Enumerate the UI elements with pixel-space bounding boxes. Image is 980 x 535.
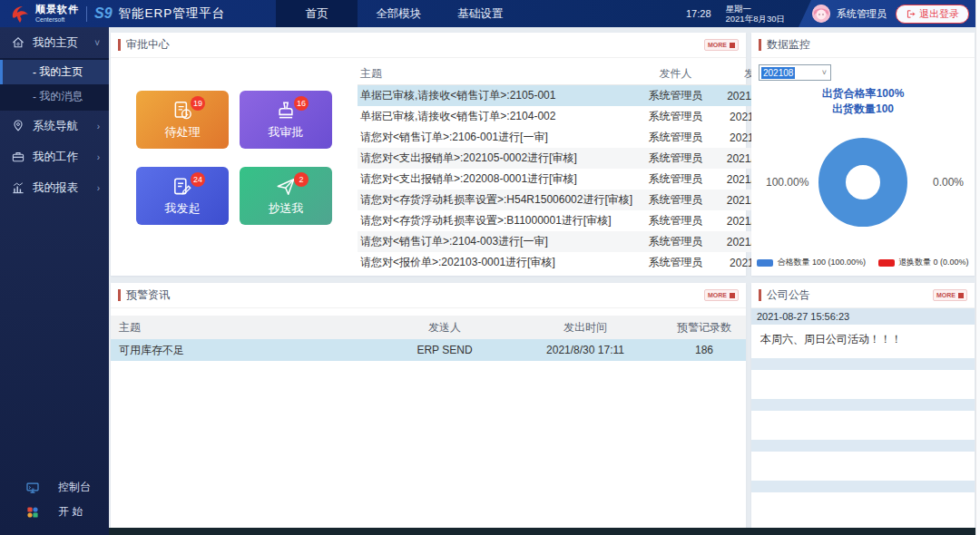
cell-time: 2021/8/30 17:11 xyxy=(508,344,662,356)
current-user-name: 系统管理员 xyxy=(837,7,887,21)
more-icon xyxy=(958,293,964,298)
logo-text-en: Centersoft xyxy=(35,16,79,23)
more-icon xyxy=(730,43,735,48)
cell-subject: 单据已审核,请接收<销售订单>:2104-002 xyxy=(358,109,632,124)
col-sender: 发件人 xyxy=(632,66,719,82)
announcements-panel: 公司公告 MORE 2021-08-27 15:56:23 本周六、周日公司活动… xyxy=(751,283,975,528)
period-select[interactable]: 202108 ˅ xyxy=(759,64,831,81)
cell-sender: 系统管理员 xyxy=(632,192,719,208)
announcement-date: 2021-08-27 15:56:23 xyxy=(751,308,975,325)
announcement-empty-slot xyxy=(751,411,975,440)
announcements-more-button[interactable]: MORE xyxy=(933,289,967,301)
approval-table-header: 主题 发件人 发出时间 xyxy=(358,63,813,85)
approval-tiles: 待处理 19 我审批 16 我发起 24 xyxy=(136,91,341,268)
more-label: MORE xyxy=(708,292,727,298)
tile-pending[interactable]: 待处理 19 xyxy=(136,91,229,149)
start-button[interactable]: 开 始 xyxy=(0,500,109,524)
table-row[interactable]: 请您对<销售订单>:2104-003进行[一审] 系统管理员 2021/4/23… xyxy=(358,231,813,252)
cell-sender: 系统管理员 xyxy=(632,151,719,166)
alerts-more-button[interactable]: MORE xyxy=(704,289,739,301)
chevron-right-icon: › xyxy=(97,152,100,162)
cell-subject: 请您对<支出报销单>:202008-0001进行[审核] xyxy=(358,171,632,187)
my-approvals-count-badge: 16 xyxy=(294,96,309,111)
user-avatar[interactable] xyxy=(812,5,830,23)
console-label: 控制台 xyxy=(58,480,91,495)
table-row[interactable]: 请您对<销售订单>:2106-001进行[一审] 系统管理员 2021/6/5 … xyxy=(358,127,813,148)
legend-swatch-red xyxy=(878,259,895,267)
product-logo-s9: S9 xyxy=(94,5,113,22)
centersoft-logo-icon xyxy=(9,3,31,24)
logout-button[interactable]: 退出登录 xyxy=(896,5,969,24)
sidebar-item-label: 我的报表 xyxy=(33,180,78,196)
sidebar-subitem-label: - xyxy=(33,66,39,79)
clock-date: 星期一 2021年8月30日 xyxy=(726,4,785,24)
app-title: 智能ERP管理平台 xyxy=(119,5,226,22)
tile-label: 抄送我 xyxy=(269,200,304,217)
announcement-text[interactable]: 本周六、周日公司活动！！！ xyxy=(751,325,975,358)
more-label: MORE xyxy=(708,42,727,48)
col-subject: 主题 xyxy=(358,66,632,82)
table-row[interactable]: 请您对<存货浮动耗损率设置>:H54R15006002进行[审核] 系统管理员 … xyxy=(358,190,813,210)
page-scrollbar[interactable] xyxy=(975,0,980,535)
col-sender: 发送人 xyxy=(381,320,508,336)
table-row[interactable]: 请您对<支出报销单>:202105-0002进行[审核] 系统管理员 2021/… xyxy=(358,148,813,169)
sidebar-item-my-reports[interactable]: 我的报表 › xyxy=(0,172,109,203)
cell-subject: 可用库存不足 xyxy=(111,343,381,358)
cc-count-badge: 2 xyxy=(294,172,309,187)
legend-item-pass: 合格数量 100 (100.00%) xyxy=(757,257,866,268)
col-sent-time: 发出时间 xyxy=(508,320,662,336)
tile-initiated-by-me[interactable]: 我发起 24 xyxy=(136,167,229,225)
app-logo: 顺景软件 Centersoft S9 智能ERP管理平台 xyxy=(0,3,225,24)
table-row[interactable]: 可用库存不足 ERP SEND 2021/8/30 17:11 186 xyxy=(111,339,746,361)
announcement-empty-slot xyxy=(751,370,975,399)
cell-sender: 系统管理员 xyxy=(632,171,719,187)
date-label: 2021年8月30日 xyxy=(726,14,785,24)
cell-subject: 请您对<存货浮动耗损率设置>:H54R15006002进行[审核] xyxy=(358,192,632,208)
sidebar-item-my-work[interactable]: 我的工作 › xyxy=(0,141,109,172)
sidebar-footer: 控制台 开 始 xyxy=(0,475,109,524)
table-row[interactable]: 请您对<存货浮动耗损率设置>:B11000001进行[审核] 系统管理员 202… xyxy=(358,210,813,231)
panel-marker xyxy=(759,39,761,51)
donut-chart-svg xyxy=(816,135,910,229)
data-monitor-panel: 数据监控 202108 ˅ 出货合格率100% 出货数量100 100.00% … xyxy=(751,33,975,276)
announcement-empty-slot xyxy=(751,492,975,521)
logout-label: 退出登录 xyxy=(919,7,959,21)
cell-sender: 系统管理员 xyxy=(632,109,719,124)
table-row[interactable]: 请您对<支出报销单>:202008-0001进行[审核] 系统管理员 2021/… xyxy=(358,169,813,190)
announcement-empty-slot xyxy=(751,399,975,411)
cell-count: 186 xyxy=(662,344,746,356)
approval-more-button[interactable]: MORE xyxy=(704,39,739,51)
announcement-empty-slot xyxy=(751,452,975,481)
sidebar-item-system-nav[interactable]: 系统导航 › xyxy=(0,111,109,141)
alerts-panel-title: 预警资讯 xyxy=(126,287,170,303)
home-icon xyxy=(11,35,25,50)
console-button[interactable]: 控制台 xyxy=(0,475,109,500)
sidebar-subitem-text: 我的消息 xyxy=(39,89,83,104)
nav-tab-base-settings[interactable]: 基础设置 xyxy=(439,0,521,27)
more-icon xyxy=(730,293,735,298)
briefcase-icon xyxy=(11,150,25,164)
tile-my-approvals[interactable]: 我审批 16 xyxy=(240,91,332,149)
sidebar-subitem-my-home[interactable]: - 我的主页 xyxy=(0,60,109,84)
avatar-image xyxy=(812,5,830,23)
table-row[interactable]: 请您对<报价单>:202103-0001进行[审核] 系统管理员 2021/3/… xyxy=(358,252,813,273)
sidebar-item-label: 我的工作 xyxy=(33,150,78,165)
cell-subject: 请您对<销售订单>:2106-001进行[一审] xyxy=(358,130,632,145)
table-row[interactable]: 单据已审核,请接收<销售订单>:2105-001 系统管理员 2021/8/14… xyxy=(358,85,813,106)
cell-sender: 系统管理员 xyxy=(632,255,719,270)
sidebar-item-my-home[interactable]: 我的主页 ˅ xyxy=(0,27,109,58)
tile-label: 待处理 xyxy=(165,124,201,141)
tile-label: 我发起 xyxy=(165,200,201,217)
donut-right-percent: 0.00% xyxy=(933,176,964,189)
cell-subject: 请您对<销售订单>:2104-003进行[一审] xyxy=(358,234,632,249)
chevron-right-icon: › xyxy=(97,122,100,131)
start-icon xyxy=(25,505,40,520)
alerts-panel: 预警资讯 MORE 主题 发送人 发出时间 预警记录数 可用库存不足 ERP S… xyxy=(111,283,746,528)
nav-tab-all-modules[interactable]: 全部模块 xyxy=(358,0,439,27)
sidebar-subitem-my-messages[interactable]: - 我的消息 xyxy=(0,84,109,109)
table-row[interactable]: 单据已审核,请接收<销售订单>:2104-002 系统管理员 2021/8/5 … xyxy=(358,106,813,127)
weekday-label: 星期一 xyxy=(726,4,785,14)
tile-cc-to-me[interactable]: 抄送我 2 xyxy=(240,167,332,225)
nav-tab-home[interactable]: 首页 xyxy=(276,0,358,27)
period-selected-value: 202108 xyxy=(761,67,795,79)
